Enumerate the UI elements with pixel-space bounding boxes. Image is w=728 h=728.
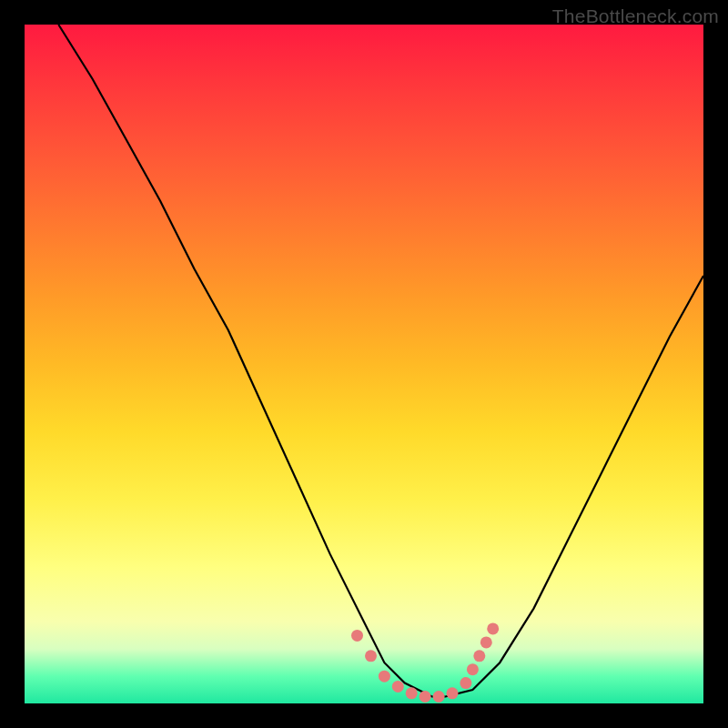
curve-dot (433, 691, 445, 703)
curve-dot (467, 663, 479, 675)
curve-dot (351, 630, 363, 642)
curve-dot (447, 687, 459, 699)
curve-dot (473, 650, 485, 662)
curve-dot (420, 691, 431, 703)
curve-dot (487, 622, 499, 634)
curve-dot (392, 681, 404, 693)
chart-plot-area (25, 25, 703, 703)
bottleneck-curve (58, 25, 703, 697)
curve-dots-group (351, 622, 499, 703)
curve-dot (480, 636, 492, 648)
curve-dot (365, 650, 377, 662)
curve-dot (379, 671, 390, 682)
curve-dot (460, 677, 471, 689)
chart-svg (25, 25, 703, 703)
watermark-text: TheBottleneck.com (552, 5, 719, 27)
curve-dot (406, 687, 418, 699)
